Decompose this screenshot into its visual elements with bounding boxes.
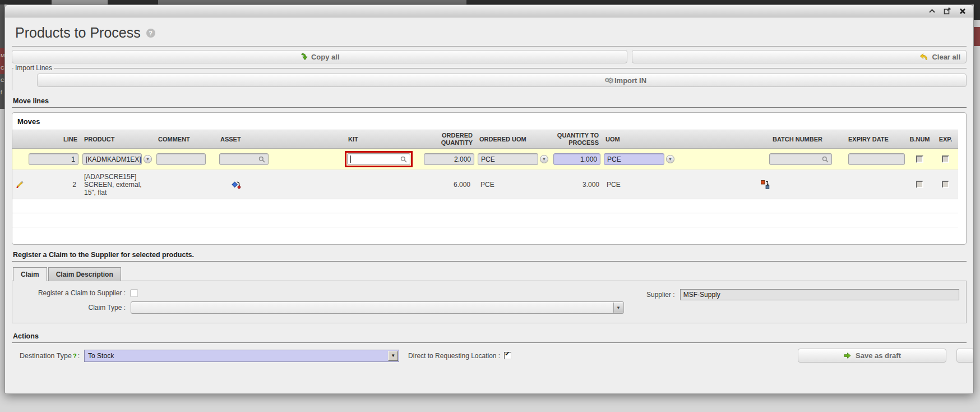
right-edge-red-block (974, 27, 980, 46)
chevron-down-icon[interactable]: ▼ (613, 303, 623, 313)
expand-window-icon[interactable] (943, 7, 951, 15)
claim-section-title: Register a Claim to the Supplier for sel… (12, 251, 967, 262)
tab-claim[interactable]: Claim (13, 267, 47, 281)
column-header-quantity-to-process[interactable]: QUANTITY TO PROCESS (552, 130, 602, 149)
chevron-down-icon[interactable]: ▼ (388, 351, 398, 361)
clear-all-button[interactable]: Clear all (632, 50, 967, 63)
column-header-comment[interactable]: COMMENT (155, 130, 208, 149)
row1-ordered-uom-field[interactable]: PCE ▼ (476, 149, 552, 170)
copy-all-button[interactable]: Copy all (12, 50, 627, 63)
search-icon[interactable] (822, 156, 829, 163)
row2-quantity-to-process-cell: 3.000 (552, 170, 602, 199)
moves-table: LINE PRODUCT COMMENT ASSET KIT ORDERED Q… (12, 130, 966, 227)
products-to-process-dialog: Products to Process ? Copy all Clear all… (4, 4, 974, 394)
page-title: Products to Process (15, 25, 141, 41)
column-header-batch-number[interactable]: BATCH NUMBER (752, 130, 834, 149)
line-input: 1 (29, 153, 78, 165)
row1-asset-field[interactable] (208, 149, 341, 170)
destination-type-select[interactable]: To Stock ▼ (84, 350, 399, 362)
column-header-uom[interactable]: UOM (602, 130, 752, 149)
row1-product-field[interactable]: [KADMKADM1EX] ▼ (81, 149, 155, 170)
kit-input[interactable] (347, 153, 410, 165)
destination-type-label: Destination Type (20, 352, 72, 360)
direct-to-requesting-location-checkbox[interactable] (504, 352, 511, 359)
clipped-sidebar-text: C (1, 77, 4, 83)
row1-quantity-to-process-field[interactable]: 1.000 (552, 149, 602, 170)
uom-input[interactable]: PCE (604, 153, 664, 165)
clipped-button[interactable] (956, 349, 974, 363)
gears-icon: ⚙⚙ (604, 76, 612, 85)
row1-comment-field[interactable] (155, 149, 208, 170)
register-claim-checkbox[interactable] (131, 290, 138, 297)
bnum-checkbox[interactable] (916, 155, 923, 163)
product-input[interactable]: [KADMKADM1EX] (82, 153, 142, 165)
batch-number-input[interactable] (769, 153, 832, 165)
row1-batch-number-field[interactable] (752, 149, 834, 170)
moves-panel-title: Moves (12, 113, 966, 130)
copy-all-label: Copy all (311, 53, 340, 61)
row2-batch-number-cell[interactable] (752, 170, 834, 199)
column-header-kit[interactable]: KIT (341, 130, 420, 149)
help-icon[interactable]: ? (73, 353, 77, 359)
kit-highlight-box (345, 151, 413, 167)
exp-checkbox[interactable] (942, 155, 949, 163)
column-header-ordered-uom[interactable]: ORDERED UOM (476, 130, 552, 149)
tab-claim-description[interactable]: Claim Description (48, 267, 121, 281)
column-header-ordered-quantity[interactable]: ORDERED QUANTITY (420, 130, 476, 149)
row2-expiry-date-cell (834, 170, 907, 199)
clipped-sidebar-text: f (1, 90, 2, 95)
destination-type-colon: : (78, 352, 80, 360)
claim-type-select[interactable]: ▼ (131, 301, 624, 314)
help-icon[interactable]: ? (146, 29, 155, 38)
column-header-exp[interactable]: EXP. (933, 130, 958, 149)
column-header-product[interactable]: PRODUCT (81, 130, 155, 149)
ordered-uom-dropdown-icon[interactable]: ▼ (540, 155, 548, 163)
column-header-line[interactable]: LINE (27, 130, 81, 149)
comment-input[interactable] (156, 153, 206, 165)
empty-row (12, 213, 958, 227)
search-icon[interactable] (400, 156, 407, 163)
register-claim-label: Register a Claim to Supplier : (13, 289, 126, 297)
row1-ordered-quantity-field: 2.000 (420, 149, 476, 170)
row1-uom-field[interactable]: PCE ▼ (602, 149, 752, 170)
right-edge-dark-block (974, 0, 980, 20)
row1-kit-field[interactable] (341, 149, 420, 170)
product-dropdown-icon[interactable]: ▼ (144, 155, 152, 163)
row2-edit-cell[interactable] (12, 170, 27, 199)
import-lines-fieldset: Import Lines ⚙⚙ Import IN (12, 68, 967, 90)
row2-ordered-quantity-cell: 6.000 (420, 170, 476, 199)
copy-all-arrow-icon (300, 52, 308, 61)
dialog-titlebar[interactable] (5, 5, 973, 17)
batch-split-icon[interactable] (760, 180, 770, 189)
close-window-icon[interactable] (958, 7, 967, 15)
row1-expiry-date-field[interactable] (834, 149, 907, 170)
asset-input[interactable] (219, 153, 269, 165)
claim-tabs: Claim Claim Description (12, 267, 967, 281)
row2-comment-cell (155, 170, 208, 199)
import-lines-legend: Import Lines (13, 64, 54, 72)
save-arrow-icon (843, 351, 852, 360)
exp-checkbox[interactable] (942, 181, 949, 188)
quantity-to-process-input[interactable]: 1.000 (553, 153, 600, 165)
ordered-uom-input: PCE (478, 153, 538, 165)
uom-dropdown-icon[interactable]: ▼ (666, 155, 674, 163)
collapse-window-icon[interactable] (928, 7, 936, 15)
edit-pencil-icon[interactable] (16, 180, 24, 189)
moves-panel: Moves LINE PRODUCT COMMENT ASSET KIT ORD… (12, 112, 967, 245)
search-icon[interactable] (258, 156, 265, 163)
import-in-button[interactable]: ⚙⚙ Import IN (37, 74, 967, 87)
asset-icon[interactable] (232, 180, 241, 189)
ordered-quantity-input: 2.000 (424, 153, 474, 165)
column-header-bnum[interactable]: B.NUM (907, 130, 933, 149)
row2-asset-cell[interactable] (208, 170, 341, 199)
toolbar-row: Copy all Clear all (12, 50, 967, 63)
claim-tab-content: Register a Claim to Supplier : Claim Typ… (12, 281, 967, 323)
page-left-edge: M C C f (0, 4, 4, 412)
column-header-asset[interactable]: ASSET (208, 130, 341, 149)
row2-bnum-checkbox-cell (907, 170, 933, 199)
bnum-checkbox[interactable] (916, 181, 923, 188)
save-as-draft-button[interactable]: Save as draft (798, 349, 946, 363)
page-header: Products to Process ? (12, 17, 967, 47)
column-header-expiry-date[interactable]: EXPIRY DATE (834, 130, 907, 149)
expiry-date-input[interactable] (848, 153, 905, 165)
